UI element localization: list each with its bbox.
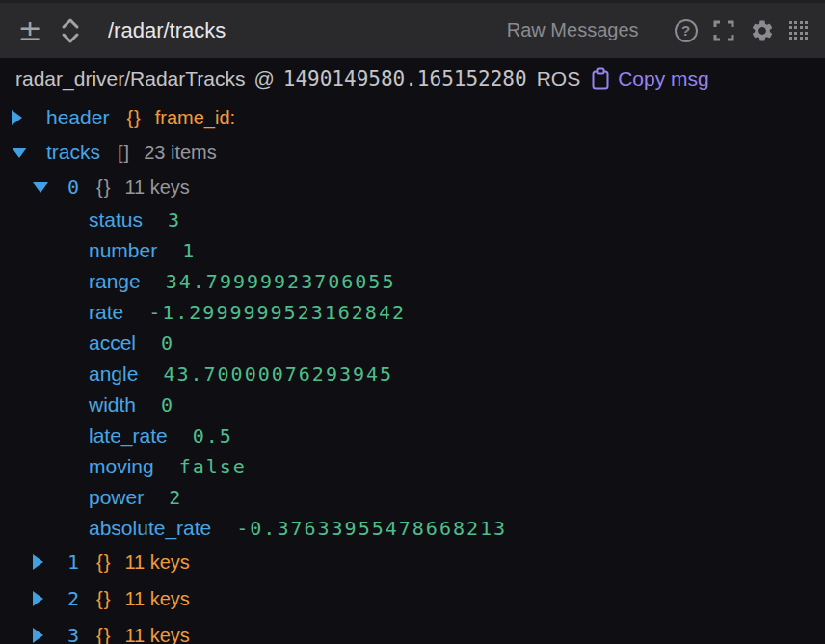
node-count: 23 items <box>144 142 217 164</box>
help-icon: ? <box>675 19 698 42</box>
expand-collapse-button[interactable] <box>58 15 83 46</box>
field-key: moving <box>89 455 154 478</box>
node-brackets: [] <box>118 142 130 164</box>
settings-button[interactable] <box>750 18 775 43</box>
drag-handle[interactable] <box>789 21 809 40</box>
field-row[interactable]: moving false <box>0 451 825 482</box>
field-value: 0 <box>161 332 174 355</box>
tree-node-item-3[interactable]: 3 {} 11 keys <box>0 617 825 644</box>
chevron-up-down-icon <box>58 15 83 46</box>
tree-node-item-2[interactable]: 2 {} 11 keys <box>0 580 825 617</box>
field-row[interactable]: range 34.79999923706055 <box>0 266 825 297</box>
node-braces: {} <box>96 625 111 644</box>
field-value: 0.5 <box>193 424 233 447</box>
tree-node-item-1[interactable]: 1 {} 11 keys <box>0 544 825 580</box>
copy-msg-button[interactable]: Copy msg <box>590 67 709 91</box>
message-timestamp: 1490149580.165152280 <box>283 67 527 91</box>
node-braces: {} <box>96 588 111 610</box>
copy-msg-label: Copy msg <box>618 67 709 91</box>
panel-type-label: Raw Messages <box>507 19 639 41</box>
field-row[interactable]: rate -1.2999999523162842 <box>0 297 825 328</box>
field-key: angle <box>89 362 138 386</box>
fullscreen-button[interactable] <box>712 19 735 42</box>
field-value: -1.2999999523162842 <box>148 301 406 324</box>
clipboard-icon <box>590 67 611 91</box>
tree-node-item-0[interactable]: 0 {} 11 keys <box>0 170 825 204</box>
node-count: 11 keys <box>124 625 189 644</box>
node-label: 0 <box>67 175 79 199</box>
field-key: accel <box>89 332 136 355</box>
field-key: rate <box>89 301 123 324</box>
field-row[interactable]: absolute_rate -0.37633955478668213 <box>0 513 825 544</box>
field-key: absolute_rate <box>89 517 211 540</box>
field-row[interactable]: width 0 <box>0 389 825 420</box>
field-row[interactable]: number 1 <box>0 235 825 266</box>
topic-input[interactable] <box>108 18 507 43</box>
node-braces: {} <box>126 107 141 129</box>
grid-dots-icon <box>789 21 809 40</box>
field-key: late_rate <box>89 424 168 447</box>
field-key: power <box>89 486 144 509</box>
field-value: 34.79999923706055 <box>166 270 396 293</box>
help-button[interactable]: ? <box>675 19 698 42</box>
node-label: 1 <box>67 550 79 574</box>
field-row[interactable]: angle 43.70000076293945 <box>0 359 825 389</box>
node-label: 3 <box>67 624 79 644</box>
field-row[interactable]: late_rate 0.5 <box>0 420 825 451</box>
node-count: 11 keys <box>124 176 189 199</box>
node-label: header <box>46 106 109 129</box>
field-value: -0.37633955478668213 <box>236 517 507 540</box>
node-preview: frame_id: <box>155 107 235 129</box>
field-key: status <box>89 208 143 231</box>
field-value: 43.70000076293945 <box>163 362 393 386</box>
message-meta: radar_driver/RadarTracks @ 1490149580.16… <box>0 58 825 100</box>
collapsed-item-list: 1 {} 11 keys 2 {} 11 keys 3 {} 11 keys <box>0 544 825 644</box>
field-key: range <box>89 270 141 293</box>
panel-toolbar: ± Raw Messages ? <box>0 0 825 58</box>
message-datatype: radar_driver/RadarTracks <box>15 67 245 91</box>
field-key: number <box>89 239 157 262</box>
chevron-down-icon <box>33 182 48 193</box>
field-row[interactable]: status 3 <box>0 204 825 235</box>
node-count: 11 keys <box>124 551 189 574</box>
field-value: false <box>179 455 247 478</box>
chevron-right-icon <box>33 554 43 570</box>
field-row[interactable]: power 2 <box>0 482 825 513</box>
chevron-right-icon <box>33 591 43 606</box>
field-key: width <box>89 393 136 416</box>
field-value: 0 <box>161 393 174 416</box>
node-label: 2 <box>67 587 79 610</box>
tree-node-header[interactable]: header {} frame_id: <box>0 100 825 135</box>
field-value: 1 <box>182 239 196 262</box>
node-braces: {} <box>96 176 111 199</box>
message-tree: header {} frame_id: tracks [] 23 items 0… <box>0 100 825 644</box>
node-label: tracks <box>46 141 100 164</box>
field-row[interactable]: accel 0 <box>0 328 825 359</box>
raw-messages-panel: ± Raw Messages ? <box>0 0 825 644</box>
chevron-right-icon <box>12 110 22 125</box>
field-value: 2 <box>169 486 182 509</box>
node-braces: {} <box>96 551 111 574</box>
chevron-right-icon <box>33 628 43 643</box>
field-list: status 3 number 1 range 34.7999992370605… <box>0 204 825 544</box>
at-separator: @ <box>253 67 274 91</box>
chevron-down-icon <box>12 148 27 158</box>
gear-icon <box>750 18 775 43</box>
field-value: 3 <box>168 208 181 231</box>
fullscreen-icon <box>712 19 735 42</box>
diff-toggle-icon[interactable]: ± <box>15 16 44 45</box>
message-encoding: ROS <box>537 67 581 91</box>
tree-node-tracks[interactable]: tracks [] 23 items <box>0 135 825 170</box>
node-count: 11 keys <box>124 588 189 610</box>
